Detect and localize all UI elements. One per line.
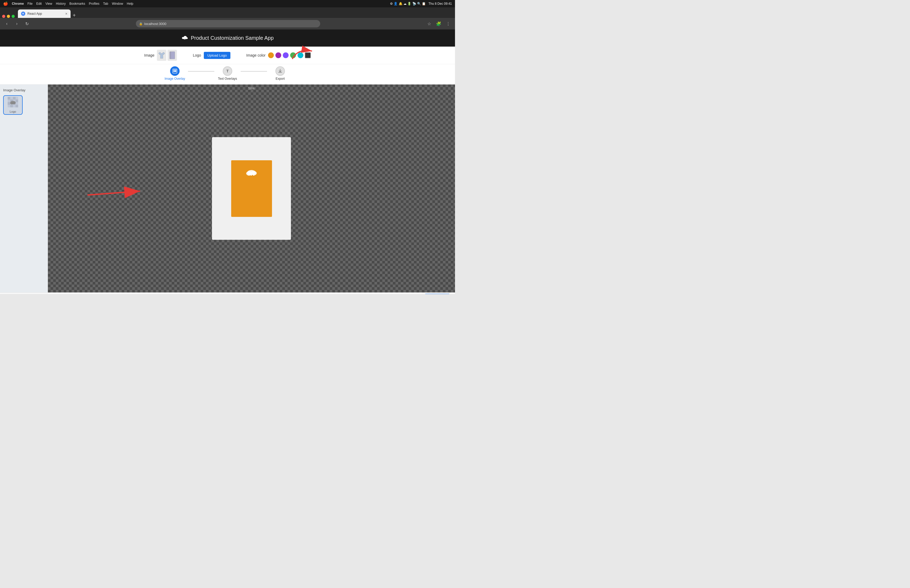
menu-icon[interactable]: ⋮ xyxy=(444,20,452,27)
zoom-label: 58% xyxy=(248,87,255,90)
tab-favicon: R xyxy=(21,11,25,16)
app-header-icon xyxy=(181,36,188,41)
svg-rect-21 xyxy=(14,102,15,104)
tab-title: React App xyxy=(27,12,42,16)
new-tab-button[interactable]: + xyxy=(73,13,76,18)
step-label-1: Image Overlay xyxy=(165,77,185,81)
svg-rect-15 xyxy=(16,105,18,107)
svg-rect-8 xyxy=(8,97,10,100)
svg-rect-12 xyxy=(8,102,10,105)
step-indicator: Image Overlay T Text Overlays Export xyxy=(0,64,455,84)
sidebar-logo-item[interactable]: Logo xyxy=(3,95,23,115)
toolbar: Image Logo Upload Logo Image color xyxy=(0,47,455,64)
menu-history[interactable]: History xyxy=(56,2,66,5)
app-header: Product Customization Sample App xyxy=(0,29,455,47)
book-cover xyxy=(231,160,272,217)
menu-edit[interactable]: Edit xyxy=(36,2,42,5)
chrome-tab-react[interactable]: R React App × xyxy=(18,10,71,18)
step-line-2 xyxy=(241,71,267,72)
svg-rect-26 xyxy=(251,172,252,176)
apple-logo-icon[interactable]: 🍎 xyxy=(3,1,8,6)
svg-rect-27 xyxy=(253,172,254,176)
chrome-tabbar: R React App × + xyxy=(0,7,455,18)
svg-point-1 xyxy=(184,39,185,40)
extensions-icon[interactable]: 🧩 xyxy=(435,20,442,27)
svg-rect-2 xyxy=(170,52,175,59)
sidebar-title: Image Overlay xyxy=(3,88,45,92)
color-purple[interactable] xyxy=(275,52,281,58)
color-green[interactable] xyxy=(290,52,296,58)
system-icons: ⚙ 👤 🔔 ☁ 🔋 📡 🔍 📋 xyxy=(390,2,426,5)
step-line-1 xyxy=(188,71,214,72)
menu-view[interactable]: View xyxy=(45,2,52,5)
addressbar-actions: ☆ 🧩 ⋮ xyxy=(425,20,452,27)
maximize-traffic-light[interactable] xyxy=(11,15,15,18)
tab-close-button[interactable]: × xyxy=(65,11,68,16)
svg-rect-20 xyxy=(13,102,13,104)
arrow-annotation-canvas xyxy=(79,181,153,202)
svg-rect-11 xyxy=(16,100,18,102)
menu-window[interactable]: Window xyxy=(112,2,123,5)
back-button[interactable]: ‹ xyxy=(3,20,11,27)
step-image-overlay[interactable]: Image Overlay xyxy=(162,66,188,81)
address-bar[interactable]: 🔒 localhost:3000 xyxy=(136,20,320,27)
close-traffic-light[interactable] xyxy=(2,15,5,18)
color-cyan[interactable] xyxy=(297,52,303,58)
refresh-button[interactable]: ↻ xyxy=(23,20,31,27)
image-thumb-book[interactable] xyxy=(168,50,177,61)
color-violet[interactable] xyxy=(283,52,289,58)
svg-rect-14 xyxy=(10,105,13,107)
menu-profiles[interactable]: Profiles xyxy=(89,2,100,5)
step-text-overlays[interactable]: T Text Overlays xyxy=(214,66,241,81)
minimize-traffic-light[interactable] xyxy=(7,15,10,18)
datetime: Thu 8 Dec 09:41 xyxy=(428,2,452,5)
mac-menubar: 🍎 Chrome File Edit View History Bookmark… xyxy=(0,0,455,7)
chrome-addressbar: ‹ › ↻ 🔒 localhost:3000 ☆ 🧩 ⋮ xyxy=(0,18,455,29)
mac-menubar-right: ⚙ 👤 🔔 ☁ 🔋 📡 🔍 📋 Thu 8 Dec 09:41 xyxy=(390,2,452,5)
image-thumbnails xyxy=(157,50,177,61)
next-button[interactable]: Next → xyxy=(425,294,450,294)
logo-section: Logo Upload Logo xyxy=(193,52,230,59)
step-circle-3 xyxy=(275,66,285,76)
step-export[interactable]: Export xyxy=(267,66,293,81)
step-label-3: Export xyxy=(276,77,285,81)
canvas-area: 58% xyxy=(48,84,455,292)
svg-rect-19 xyxy=(11,102,12,104)
image-thumb-shirt[interactable] xyxy=(157,50,166,61)
sidebar: Image Overlay xyxy=(0,84,48,292)
mac-menubar-left: 🍎 Chrome File Edit View History Bookmark… xyxy=(3,1,133,6)
svg-rect-9 xyxy=(13,97,16,100)
logo-label: Logo xyxy=(193,53,201,57)
sidebar-logo-icon xyxy=(8,97,18,109)
image-color-label: Image color xyxy=(246,53,265,57)
menu-file[interactable]: File xyxy=(27,2,32,5)
color-orange[interactable] xyxy=(268,52,274,58)
app-title: Product Customization Sample App xyxy=(191,35,274,41)
color-custom[interactable] xyxy=(305,52,311,58)
step-circle-1 xyxy=(170,66,179,76)
svg-rect-25 xyxy=(248,172,250,176)
menu-chrome[interactable]: Chrome xyxy=(12,2,24,5)
image-section: Image xyxy=(144,50,177,61)
image-color-section: Image color xyxy=(246,52,311,58)
svg-rect-0 xyxy=(183,38,184,39)
image-label: Image xyxy=(144,53,155,57)
steps-container: Image Overlay T Text Overlays Export xyxy=(162,66,293,81)
product-card xyxy=(212,137,291,240)
menu-help[interactable]: Help xyxy=(127,2,134,5)
book-logo-icon xyxy=(245,168,258,178)
address-text: localhost:3000 xyxy=(144,22,166,26)
lock-icon: 🔒 xyxy=(139,22,143,26)
sidebar-logo-label: Logo xyxy=(10,110,16,113)
step-circle-2: T xyxy=(223,66,232,76)
bookmark-icon[interactable]: ☆ xyxy=(425,20,433,27)
color-swatches xyxy=(268,52,311,58)
forward-button[interactable]: › xyxy=(13,20,21,27)
footer: Next → xyxy=(0,292,455,294)
main-content: Image Overlay xyxy=(0,84,455,292)
step-label-2: Text Overlays xyxy=(218,77,237,81)
upload-logo-button[interactable]: Upload Logo xyxy=(204,52,231,59)
menu-bookmarks[interactable]: Bookmarks xyxy=(70,2,85,5)
menu-tab[interactable]: Tab xyxy=(103,2,108,5)
